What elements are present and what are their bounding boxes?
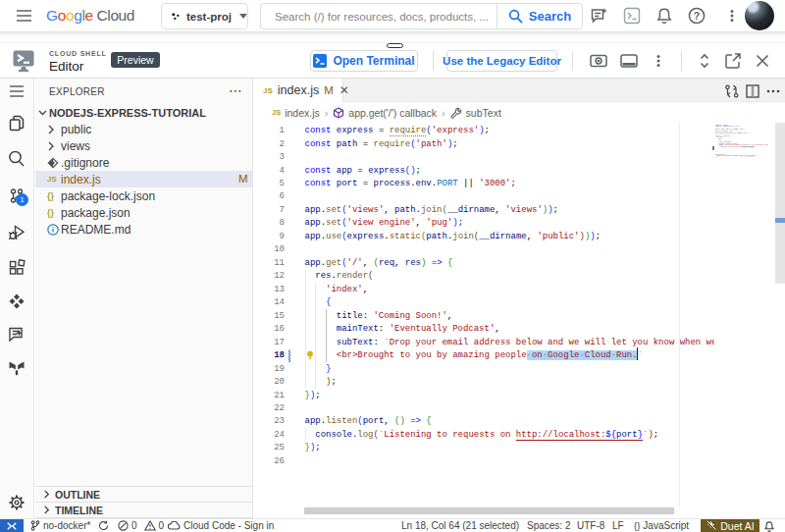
svg-text:1: 1 <box>20 195 25 204</box>
svg-text:?: ? <box>694 10 700 22</box>
